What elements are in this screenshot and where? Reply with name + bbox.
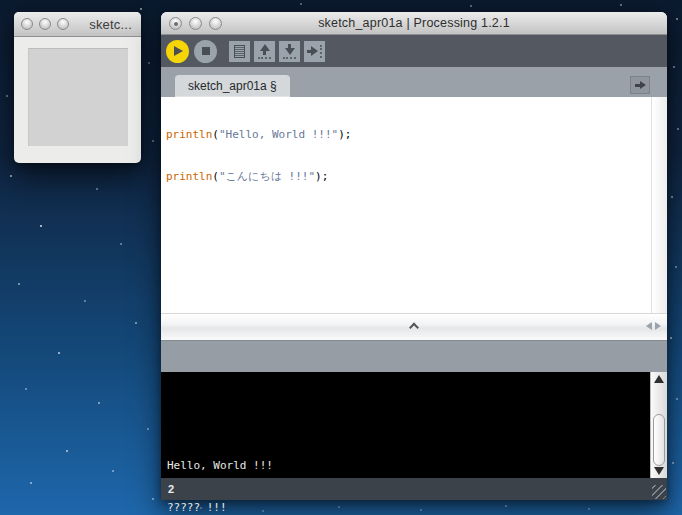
ide-titlebar[interactable]: sketch_apr01a | Processing 1.2.1: [161, 12, 667, 35]
hscroll-arrow-buttons[interactable]: [646, 322, 661, 330]
save-download-icon: [283, 44, 296, 59]
sketch-window-titlebar[interactable]: sketc...: [14, 12, 141, 37]
processing-ide-window[interactable]: sketch_apr01a | Processing 1.2.1: [161, 12, 667, 500]
scroll-right-icon: [655, 322, 661, 330]
resize-grip[interactable]: [652, 485, 666, 499]
code-editor[interactable]: println("Hello, World !!!"); println("こん…: [161, 97, 667, 313]
code-text: println("Hello, World !!!"); println("こん…: [161, 97, 667, 212]
tab-bar: sketch_apr01a §: [161, 67, 667, 97]
new-document-icon: [234, 45, 245, 58]
message-area: [161, 340, 667, 372]
console-output: Hello, World !!! ????? !!!: [167, 431, 273, 515]
new-sketch-button[interactable]: [229, 41, 250, 62]
export-arrow-icon: [307, 45, 322, 58]
console-line-1: Hello, World !!!: [167, 459, 273, 473]
save-button[interactable]: [279, 41, 300, 62]
sketch-output-window[interactable]: sketc...: [14, 12, 141, 163]
open-upload-icon: [258, 44, 271, 59]
sketch-window-title: sketc...: [14, 17, 141, 32]
divider-collapse-icon[interactable]: [409, 323, 419, 333]
tab-sketch-apr01a[interactable]: sketch_apr01a §: [175, 75, 290, 97]
editor-horizontal-scrollbar[interactable]: [161, 313, 667, 340]
toolbar: [161, 35, 667, 67]
status-bar: 2: [161, 478, 667, 500]
ide-window-title: sketch_apr01a | Processing 1.2.1: [161, 16, 667, 30]
editor-vertical-scrollbar[interactable]: [651, 97, 667, 313]
stop-button[interactable]: [194, 40, 217, 63]
scroll-down-icon[interactable]: [654, 467, 664, 475]
code-line-1: println("Hello, World !!!");: [166, 128, 667, 142]
scrollbar-thumb[interactable]: [653, 414, 665, 466]
console-line-2: ????? !!!: [167, 501, 273, 515]
tab-label: sketch_apr01a §: [188, 79, 277, 93]
play-icon: [174, 46, 183, 56]
run-button[interactable]: [166, 40, 189, 63]
sketch-canvas: [28, 48, 128, 146]
line-number-indicator: 2: [161, 483, 174, 495]
tab-menu-arrow-icon: [635, 81, 646, 89]
scroll-up-icon[interactable]: [654, 375, 664, 383]
console-vertical-scrollbar[interactable]: [650, 372, 667, 478]
open-button[interactable]: [254, 41, 275, 62]
tab-menu-button[interactable]: [630, 76, 650, 94]
export-button[interactable]: [304, 41, 325, 62]
code-line-2: println("こんにちは !!!");: [166, 170, 667, 184]
stop-icon: [202, 47, 210, 55]
scroll-left-icon: [646, 322, 652, 330]
console-panel: Hello, World !!! ????? !!!: [161, 372, 667, 478]
